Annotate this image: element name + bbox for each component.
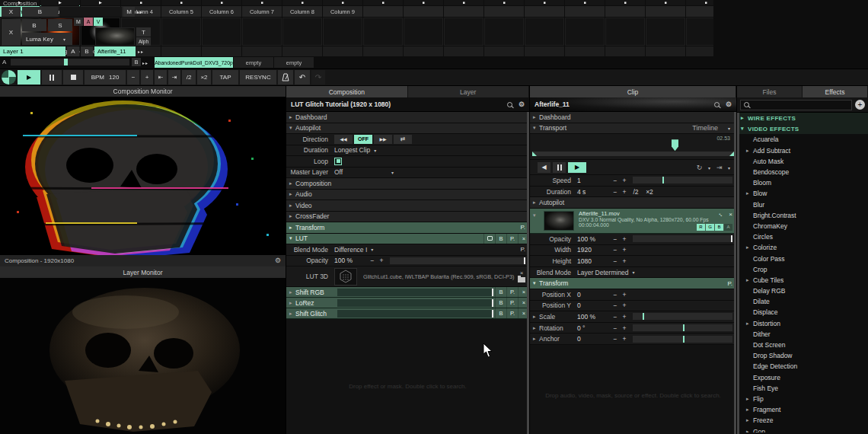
plus-button[interactable]: + [620,257,629,265]
clip-name-cell[interactable] [282,46,322,56]
channel-g-toggle[interactable]: G [706,224,714,231]
direction-backward-button[interactable]: ◀◀ [334,135,353,144]
column-trigger-button[interactable]: ■ [363,0,403,5]
plus-button[interactable]: + [620,302,629,309]
effects-list-item[interactable]: Acuarela [737,134,868,145]
slider-handle[interactable] [492,310,493,318]
direction-off-button[interactable]: OFF [354,135,372,144]
add-effect-button[interactable]: + [855,100,865,110]
rotation-slider[interactable] [633,324,732,331]
effect-row[interactable]: ▸ Shift Glitch B P. × [286,308,529,319]
column-trigger-button[interactable]: ■ [242,0,282,5]
layer-x-button[interactable]: X [2,19,21,46]
section-autopilot[interactable]: ▾ Autopilot [286,123,529,135]
clip-thumbnail[interactable] [565,18,605,46]
clip-thumbnail[interactable] [363,18,403,46]
column-header[interactable]: Column 7 [242,6,282,17]
effects-list-item[interactable]: Circles [737,231,868,242]
bpm-double-button[interactable]: ×2 [197,70,211,85]
clip-name-cell[interactable] [242,46,282,56]
play-button[interactable]: ▶ [568,162,586,173]
blend-mode-value[interactable]: Difference I [334,246,367,254]
effects-list-item[interactable]: Bendoscope [737,167,868,177]
effects-list-item[interactable]: ▸ Gop [737,426,868,432]
metronome-button[interactable] [278,70,293,85]
redo-button[interactable]: ↷ [311,70,325,85]
tap-button[interactable]: TAP [212,70,238,85]
pause-button[interactable] [42,70,62,85]
folder-icon[interactable] [518,277,525,282]
slider-handle[interactable] [492,289,493,296]
layer-m-toggle[interactable]: M [74,18,83,26]
layer-b-button[interactable]: B [81,46,93,56]
gear-icon[interactable]: ⚙ [519,101,525,108]
effects-list-item[interactable]: ▸ Blow [737,188,868,199]
composition-bypass-button[interactable]: B [22,7,58,17]
clip-name-cell[interactable] [202,46,241,56]
effects-list-item[interactable]: ▸ Distortion [737,318,868,329]
effects-list-item[interactable]: ▸ Freeze [737,415,868,426]
loop-checkbox[interactable] [334,158,342,165]
close-icon[interactable]: × [729,211,732,218]
layer-active-clip-name[interactable]: Afterlife_11 [94,46,136,56]
column-trigger-button[interactable]: ■ [282,0,322,5]
section-transport[interactable]: ▾ Transport Timeline▾ [530,123,736,135]
layer-preview-thumbnail[interactable] [95,27,135,46]
effect-bypass-button[interactable]: B [495,287,506,297]
section-composition[interactable]: ▸ Composition [286,178,529,190]
effects-list-item[interactable]: ▸ Fragment [737,404,868,415]
effects-list-item[interactable]: ▸ Add Subtract [737,145,868,156]
opacity-slider[interactable] [390,257,525,264]
timeline-scrubber[interactable]: 02.53 [530,134,736,160]
minus-button[interactable]: − [611,188,620,196]
resync-button[interactable]: RESYNC [240,70,276,85]
opacity-value[interactable]: 100 % [577,235,611,243]
section-lut[interactable]: ▾ LUT B P. × [286,234,529,245]
column-trigger-button[interactable]: ■ [565,0,605,5]
stop-button[interactable] [63,70,83,85]
layer-skip-icons[interactable]: ▸▸ [138,49,144,54]
column-header[interactable]: Column 6 [202,6,241,17]
section-video[interactable]: ▸ Video [286,200,529,212]
minus-button[interactable]: − [611,302,620,309]
close-icon[interactable]: × [520,270,524,276]
composition-master-fader[interactable] [59,7,122,17]
gear-icon[interactable]: ⚙ [726,101,732,108]
column-trigger-button[interactable]: ■ [605,0,645,5]
minus-button[interactable]: − [611,324,620,332]
minus-button[interactable]: − [611,313,620,321]
clip-name-cell[interactable] [363,46,403,56]
clip-name-cell[interactable] [686,46,713,56]
timeline-track[interactable] [532,152,734,156]
tab-composition[interactable]: Composition [286,86,408,97]
plus-button[interactable]: + [620,313,629,321]
clip-thumbnail[interactable] [282,18,322,46]
position-y-value[interactable]: 0 [577,302,611,309]
column-header[interactable] [605,6,645,17]
clip-name-cell[interactable] [444,46,483,56]
plus-button[interactable]: + [620,177,629,184]
effects-list-item[interactable]: Auto Mask [737,156,868,167]
clip-thumbnail[interactable] [484,18,524,46]
composition-skip-icons[interactable]: ▸▸ [137,9,143,14]
tab-layer[interactable]: Layer [408,86,530,97]
tab-effects[interactable]: Effects [803,86,868,97]
column-header[interactable]: Column 8 [282,6,322,17]
column-header[interactable] [444,6,483,17]
effect-params-button[interactable]: P. [506,287,518,297]
column-header[interactable] [686,6,713,17]
clip-thumbnail[interactable] [323,18,362,46]
plus-button[interactable]: + [620,235,629,243]
column-trigger-button[interactable]: ■ [202,0,241,5]
deck-empty-slot[interactable]: empty [274,57,314,68]
minus-button[interactable]: − [611,291,620,298]
clip-thumbnail[interactable] [242,18,282,46]
layer-bypass-button[interactable]: B [22,19,46,31]
duration-value[interactable]: Longest Clip [334,146,370,154]
params-button[interactable]: P. [506,234,518,244]
anchor-slider[interactable] [633,336,732,343]
effects-list-item[interactable]: ▸ WIRE EFFECTS [737,113,868,123]
plus-button[interactable]: + [620,324,629,332]
timeline-playhead[interactable] [672,139,678,151]
effects-list-item[interactable]: Blur [737,199,868,210]
